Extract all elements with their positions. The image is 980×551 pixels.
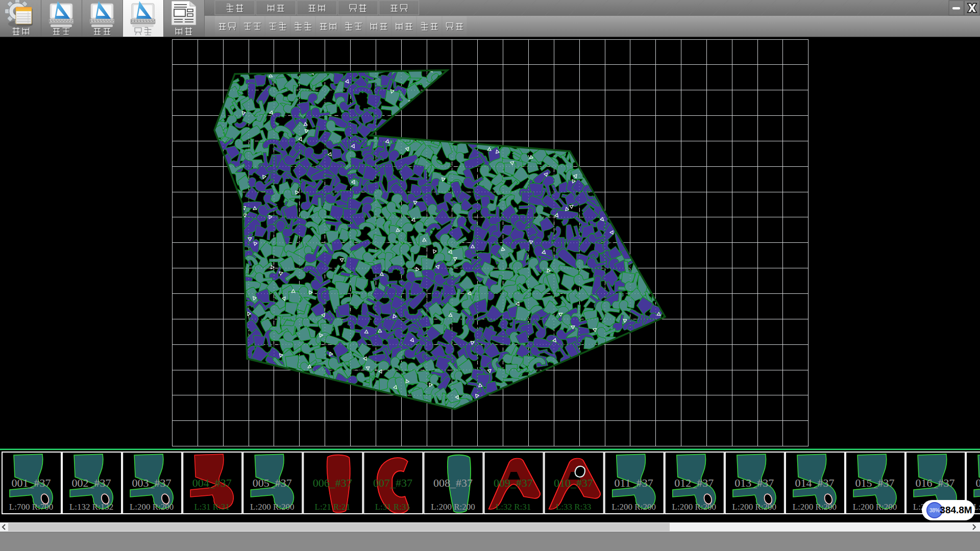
svg-text:L:21 R:21: L:21 R:21 [315, 502, 350, 512]
svg-text:015_#37: 015_#37 [855, 477, 895, 489]
svg-text:L:200 R:200: L:200 R:200 [793, 502, 837, 512]
svg-text:004_#37: 004_#37 [192, 477, 232, 489]
svg-text:L:700 R:700: L:700 R:700 [9, 502, 53, 512]
svg-text:L:200 R:200: L:200 R:200 [250, 502, 294, 512]
svg-text:L:200 R:200: L:200 R:200 [130, 502, 174, 512]
svg-text:009_#37: 009_#37 [494, 477, 533, 489]
svg-text:017_#37: 017_#37 [976, 477, 980, 489]
svg-text:013_#37: 013_#37 [734, 477, 774, 489]
svg-text:007_#37: 007_#37 [373, 477, 412, 489]
svg-text:L:31 R:31: L:31 R:31 [375, 502, 410, 512]
svg-text:L:200 R:200: L:200 R:200 [853, 502, 897, 512]
svg-text:L:200 R:200: L:200 R:200 [611, 502, 655, 512]
svg-text:L:33 R:33: L:33 R:33 [556, 502, 591, 512]
svg-text:L:32 R:31: L:32 R:31 [496, 502, 531, 512]
svg-text:014_#37: 014_#37 [795, 477, 834, 489]
svg-text:L:200 R:200: L:200 R:200 [431, 502, 475, 512]
svg-text:003_#37: 003_#37 [132, 477, 172, 489]
svg-text:L:200 R:200: L:200 R:200 [672, 502, 716, 512]
svg-text:L:200 R:200: L:200 R:200 [732, 502, 776, 512]
svg-text:008_#37: 008_#37 [433, 477, 473, 489]
svg-text:002_#37: 002_#37 [72, 477, 111, 489]
svg-text:006_#37: 006_#37 [313, 477, 352, 489]
svg-text:L:31 R:31: L:31 R:31 [194, 502, 229, 512]
svg-text:010_#37: 010_#37 [554, 477, 593, 489]
svg-text:384.8M: 384.8M [940, 505, 972, 515]
svg-text:005_#37: 005_#37 [253, 477, 292, 489]
svg-text:012_#37: 012_#37 [674, 477, 714, 489]
svg-text:001_#37: 001_#37 [12, 477, 51, 489]
svg-text:016_#37: 016_#37 [916, 477, 955, 489]
svg-text:011_#37: 011_#37 [615, 477, 653, 489]
svg-text:L:132 R:132: L:132 R:132 [69, 502, 113, 512]
svg-text:38%: 38% [929, 508, 940, 513]
